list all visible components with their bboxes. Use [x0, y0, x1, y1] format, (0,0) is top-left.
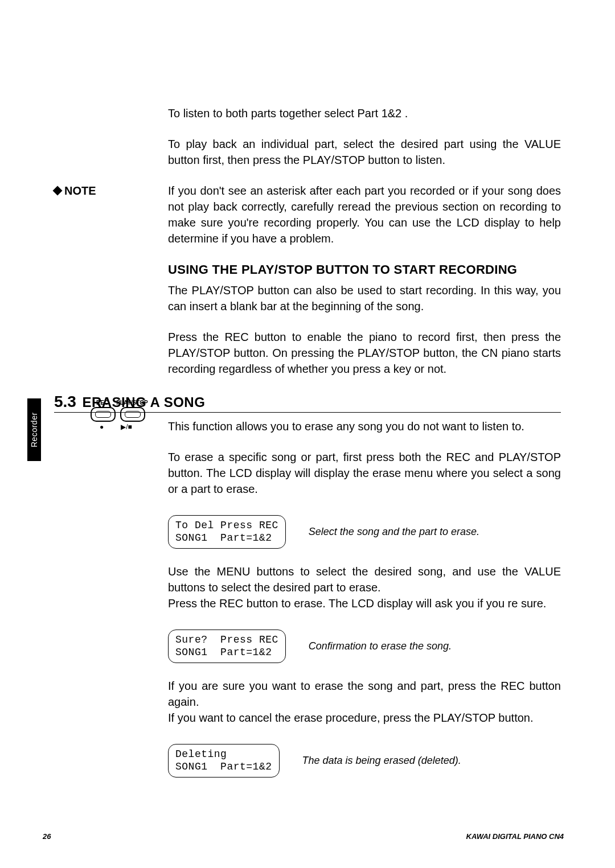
lcd1-caption: Select the song and the part to erase. — [309, 525, 479, 539]
lcd-display-3: Deleting SONG1 Part=1&2 — [168, 744, 280, 778]
lcd3-line1: Deleting — [175, 748, 227, 760]
subheading-playstop: USING THE PLAY/STOP BUTTON TO START RECO… — [168, 261, 561, 279]
lcd2-line2: SONG1 Part=1&2 — [175, 647, 272, 658]
lcd2-caption: Confirmation to erase the song. — [309, 639, 452, 653]
lcd-display-1: To Del Press REC SONG1 Part=1&2 — [168, 515, 286, 549]
lcd3-caption: The data is being erased (deleted). — [302, 754, 461, 768]
lcd3-line2: SONG1 Part=1&2 — [175, 761, 272, 772]
erase-p4: If you are sure you want to erase the so… — [168, 678, 561, 710]
page-number: 26 — [43, 832, 51, 841]
rec-playstop-diagram: REC PLAY/STOP ● ▶/■ — [88, 400, 162, 431]
lcd2-line1: Sure? Press REC — [175, 634, 278, 645]
footer-product: KAWAI DIGITAL PIANO CN4 — [466, 832, 564, 841]
rec-button-icon — [91, 407, 116, 422]
section-number: 5.3 — [54, 393, 76, 410]
lcd1-line1: To Del Press REC — [175, 520, 278, 531]
diamond-icon — [53, 186, 63, 196]
lcd-display-2: Sure? Press REC SONG1 Part=1&2 — [168, 630, 286, 663]
erase-p4b: If you want to cancel the erase procedur… — [168, 710, 561, 726]
para-listen-both: To listen to both parts together select … — [168, 105, 561, 121]
erase-p1: This function allows you to erase any so… — [168, 418, 561, 434]
erase-p3b: Press the REC button to erase. The LCD d… — [168, 595, 561, 611]
erase-p3: Use the MENU buttons to select the desir… — [168, 563, 561, 595]
erase-p2: To erase a specific song or part, first … — [168, 449, 561, 497]
para-playstop-2: Press the REC button to enable the piano… — [168, 329, 561, 377]
playstop-symbol-icon: ▶/■ — [121, 423, 132, 431]
lcd1-line2: SONG1 Part=1&2 — [175, 532, 272, 544]
playstop-label: PLAY/STOP — [116, 400, 148, 406]
playstop-button-icon — [120, 407, 145, 422]
note-label: NOTE — [54, 183, 96, 199]
side-tab-recorder: Recorder — [27, 398, 41, 461]
note-text: If you don't see an asterisk after each … — [168, 184, 561, 245]
rec-label: REC — [96, 400, 108, 406]
note-label-text: NOTE — [64, 183, 96, 199]
para-playstop-1: The PLAY/STOP button can also be used to… — [168, 282, 561, 314]
para-playback-individual: To play back an individual part, select … — [168, 136, 561, 168]
rec-symbol-icon: ● — [100, 423, 104, 431]
